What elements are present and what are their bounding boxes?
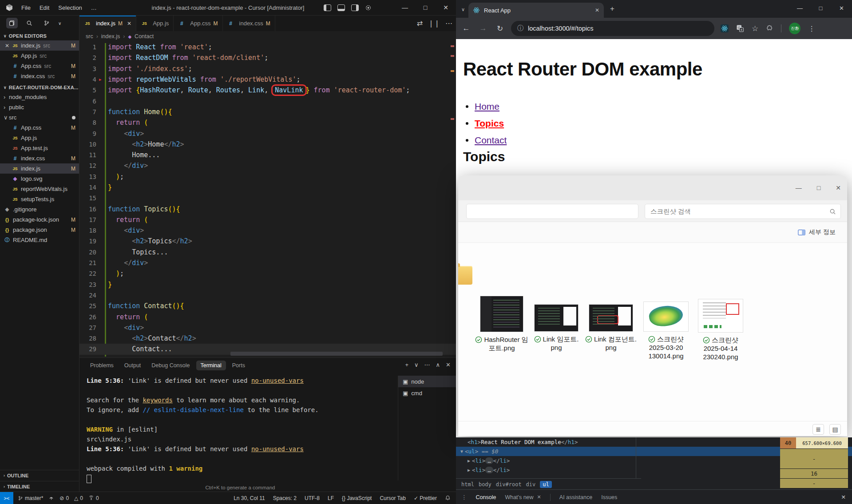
crumb-body[interactable]: body [479, 481, 491, 488]
bookmark-star-icon[interactable]: ☆ [752, 24, 758, 33]
panel-action-1[interactable]: ∨ [414, 361, 419, 368]
explorer-search-input[interactable]: 스크린샷 검색 [645, 204, 841, 219]
code-line-8[interactable]: 8 return ( [79, 117, 456, 128]
publish-icon[interactable] [48, 495, 54, 501]
drawer-tab-ai-assistance[interactable]: AI assistance [559, 494, 592, 500]
code-line-7[interactable]: 7function Home(){ [79, 107, 456, 117]
code-editor[interactable]: 1import React from 'react';2import React… [79, 42, 456, 357]
chevron-down-icon[interactable]: ∨ [58, 21, 61, 26]
thumbnail-view-icon[interactable]: ▤ [829, 424, 841, 435]
code-line-17[interactable]: 17 return ( [79, 214, 456, 225]
code-line-3[interactable]: 3import './index.css'; [79, 63, 456, 74]
link-contact[interactable]: Contact [475, 135, 507, 146]
warning-count[interactable]: △ 0 [74, 495, 83, 501]
site-info-icon[interactable]: ⓘ [517, 24, 523, 32]
status-spaces-2[interactable]: Spaces: 2 [273, 495, 297, 501]
explorer-maximize-button[interactable]: □ [817, 184, 820, 191]
crumb-src[interactable]: src [86, 33, 93, 40]
toggle-sidebar-icon[interactable] [324, 4, 331, 11]
git-branch-status[interactable]: master* [18, 495, 43, 501]
tab-App.css[interactable]: #App.cssM [174, 16, 222, 31]
panel-action-4[interactable]: ✕ [446, 361, 451, 368]
code-line-16[interactable]: 16function Topics(){ [79, 203, 456, 214]
status-lf[interactable]: LF [328, 495, 334, 501]
browser-tab[interactable]: React App ✕ [468, 3, 604, 18]
file-setupTests.js[interactable]: JSsetupTests.js [0, 194, 79, 204]
details-button[interactable]: 세부 정보 [794, 226, 839, 238]
horizontal-scrollbar[interactable] [230, 352, 443, 356]
code-line-23[interactable]: 23} [79, 279, 456, 290]
code-line-20[interactable]: 20 Topics... [79, 247, 456, 258]
file-src[interactable]: ∨src [0, 112, 79, 123]
browser-minimize-button[interactable]: — [789, 0, 810, 16]
code-line-5[interactable]: 5import {HashRouter, Route, Routes, Link… [79, 85, 456, 95]
code-line-9[interactable]: 9 <div> [79, 128, 456, 139]
file-public[interactable]: ›public [0, 102, 79, 112]
explorer-icon[interactable] [6, 18, 18, 28]
session-node[interactable]: ▣node [398, 376, 456, 387]
code-line-15[interactable]: 15 [79, 193, 456, 203]
code-line-10[interactable]: 10 <h2>Home</h2> [79, 139, 456, 150]
error-count[interactable]: ⊘ 0 [59, 495, 69, 501]
list-view-icon[interactable]: ≣ [812, 424, 824, 435]
code-line-4[interactable]: 4▶import reportWebVitals from './reportW… [79, 74, 456, 85]
file-README.md[interactable]: ⓘREADME.md [0, 235, 79, 245]
panel-tab-output[interactable]: Output [120, 361, 146, 370]
code-line-26[interactable]: 26 return ( [79, 311, 456, 322]
file-node_modules[interactable]: ›node_modules [0, 92, 79, 102]
minimize-button[interactable]: — [395, 0, 415, 15]
status--prettier[interactable]: ✓ Prettier [414, 495, 437, 501]
code-line-2[interactable]: 2import ReactDOM from 'react-dom/client'… [79, 52, 456, 63]
react-devtools-icon[interactable] [721, 24, 729, 32]
file-index.js[interactable]: JSindex.jsM [0, 163, 79, 174]
browser-menu-kebab-icon[interactable]: ⋮ [808, 24, 815, 33]
code-line-27[interactable]: 27 <div> [79, 322, 456, 333]
panel-action-3[interactable]: ∧ [436, 361, 440, 368]
code-line-24[interactable]: 24 [79, 290, 456, 301]
code-line-12[interactable]: 12 </div> [79, 160, 456, 171]
tab-index.js[interactable]: JSindex.jsM✕ [79, 16, 136, 31]
panel-action-2[interactable]: ⋯ [424, 361, 430, 368]
editor-scrollbar[interactable] [451, 42, 454, 357]
status--javascript[interactable]: {} JavaScript [342, 495, 372, 501]
outline-section[interactable]: ›OUTLINE [0, 470, 79, 481]
panel-tab-terminal[interactable]: Terminal [196, 361, 226, 370]
explorer-address-bar[interactable] [466, 204, 638, 219]
status-utf-8[interactable]: UTF-8 [305, 495, 320, 501]
open-editor-App.css[interactable]: #App.csssrcM [0, 61, 79, 71]
close-button[interactable]: ✕ [436, 0, 456, 15]
folder-icon[interactable] [458, 266, 472, 285]
extensions-puzzle-icon[interactable] [766, 25, 773, 32]
tab-index.css[interactable]: #index.cssM [223, 16, 275, 31]
profile-avatar[interactable]: 진환 [789, 23, 800, 34]
code-line-22[interactable]: 22 ); [79, 268, 456, 279]
file-App.js[interactable]: JSApp.js [0, 133, 79, 143]
open-editor-index.js[interactable]: ✕JSindex.jssrcM [0, 40, 79, 51]
tab-App.js[interactable]: JSApp.js [136, 16, 174, 31]
file-App.css[interactable]: #App.cssM [0, 123, 79, 133]
drawer-tab-what-s-new[interactable]: What's new [505, 494, 533, 500]
crumb-div[interactable]: div [526, 481, 536, 488]
link-topics[interactable]: Topics [475, 118, 504, 129]
file-logo.svg[interactable]: ◆logo.svg [0, 174, 79, 184]
crumb-index.js[interactable]: index.js [101, 33, 120, 40]
menu-item-file[interactable]: File [18, 3, 34, 12]
code-line-1[interactable]: 1import React from 'react'; [79, 42, 456, 52]
code-line-6[interactable]: 6 [79, 95, 456, 106]
new-tab-button[interactable]: + [610, 4, 614, 13]
maximize-button[interactable]: □ [415, 0, 436, 15]
tab-close-icon[interactable]: ✕ [595, 7, 599, 13]
open-editors-header[interactable]: ∨OPEN EDITORS [0, 31, 79, 40]
explorer-close-button[interactable]: ✕ [836, 184, 841, 191]
file-reportWebVitals.js[interactable]: JSreportWebVitals.js [0, 184, 79, 194]
tab-search-chevron-icon[interactable]: ∨ [461, 7, 465, 12]
status-cursor-tab[interactable]: Cursor Tab [380, 495, 405, 501]
browser-maximize-button[interactable]: □ [810, 0, 831, 16]
cast-status[interactable]: 0 [88, 495, 99, 501]
source-control-icon[interactable] [41, 18, 52, 28]
project-header[interactable]: ∨REACT-ROUTER-DOM-EXA... [0, 82, 79, 92]
open-editor-index.css[interactable]: #index.csssrcM [0, 71, 79, 81]
drawer-tab-console[interactable]: Console [476, 494, 496, 500]
back-icon[interactable]: ← [460, 24, 473, 33]
file-App.test.js[interactable]: JSApp.test.js [0, 143, 79, 153]
